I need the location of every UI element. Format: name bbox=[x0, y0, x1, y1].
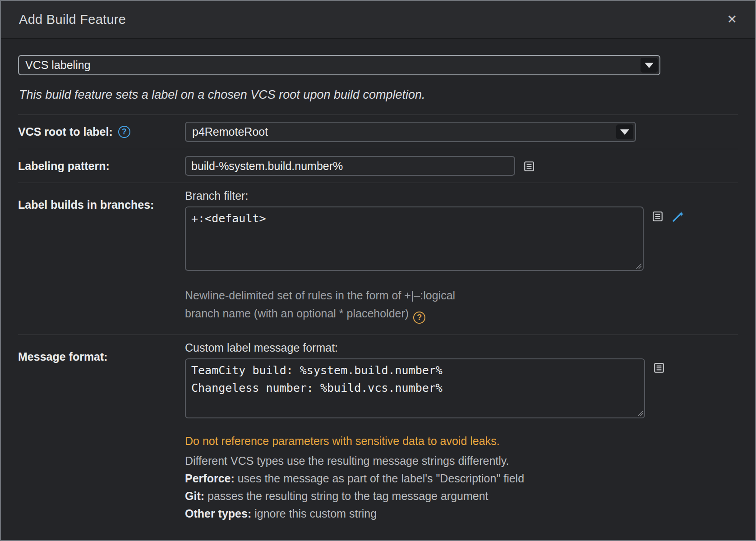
build-feature-select-value: VCS labeling bbox=[25, 59, 91, 72]
perforce-note: Perforce: uses the message as part of th… bbox=[185, 470, 738, 487]
feature-description: This build feature sets a label on a cho… bbox=[19, 88, 738, 102]
labeling-pattern-input[interactable] bbox=[185, 156, 515, 176]
labeling-pattern-label-cell: Labeling pattern: bbox=[18, 160, 185, 173]
labeling-pattern-row: Labeling pattern: bbox=[18, 149, 738, 183]
branch-filter-sublabel: Branch filter: bbox=[185, 189, 738, 202]
parameters-list-icon[interactable] bbox=[653, 362, 665, 374]
dialog-title: Add Build Feature bbox=[19, 12, 126, 27]
message-format-textarea[interactable]: TeamCity build: %system.build.number% Ch… bbox=[185, 358, 645, 418]
help-icon[interactable]: ? bbox=[413, 312, 425, 324]
add-build-feature-dialog: Add Build Feature ✕ VCS labeling This bu… bbox=[0, 0, 756, 541]
close-icon[interactable]: ✕ bbox=[727, 14, 737, 26]
other-types-note-text: ignore this custom string bbox=[251, 507, 377, 520]
branch-filter-hint: Newline-delimited set of rules in the fo… bbox=[185, 286, 474, 324]
vcs-types-note: Different VCS types use the resulting me… bbox=[185, 452, 738, 470]
parameters-list-icon[interactable] bbox=[523, 160, 535, 172]
resize-handle-icon[interactable] bbox=[635, 262, 642, 269]
message-format-label: Message format: bbox=[18, 350, 108, 363]
resize-handle-icon[interactable] bbox=[636, 410, 643, 417]
message-format-sublabel: Custom label message format: bbox=[185, 341, 738, 354]
chevron-down-icon[interactable] bbox=[641, 58, 658, 73]
other-types-note-term: Other types: bbox=[185, 507, 251, 520]
perforce-note-term: Perforce: bbox=[185, 472, 235, 485]
help-icon[interactable]: ? bbox=[118, 126, 130, 138]
vcs-root-select-value: p4RemoteRoot bbox=[192, 125, 268, 138]
branch-filter-textarea[interactable]: +:<default> bbox=[185, 206, 644, 271]
branches-label-cell: Label builds in branches: bbox=[18, 189, 185, 324]
branch-filter-hint-line2: branch name (with an optional * placehol… bbox=[185, 307, 409, 320]
perforce-note-text: uses the message as part of the label's … bbox=[235, 472, 524, 485]
build-feature-select[interactable]: VCS labeling bbox=[18, 55, 660, 75]
parameters-list-icon[interactable] bbox=[652, 211, 664, 222]
git-note: Git: passes the resulting string to the … bbox=[185, 487, 738, 505]
git-note-text: passes the resulting string to the tag m… bbox=[204, 490, 489, 502]
vcs-root-row: VCS root to label: ? p4RemoteRoot bbox=[18, 115, 738, 149]
labeling-pattern-label: Labeling pattern: bbox=[18, 160, 110, 173]
message-format-label-cell: Message format: bbox=[18, 341, 185, 523]
other-types-note: Other types: ignore this custom string bbox=[185, 505, 738, 523]
vcs-root-label-cell: VCS root to label: ? bbox=[18, 125, 185, 138]
message-format-row: Message format: Custom label message for… bbox=[18, 335, 738, 533]
branch-filter-row: Label builds in branches: Branch filter:… bbox=[18, 183, 738, 335]
magic-wand-icon[interactable] bbox=[672, 210, 684, 223]
git-note-term: Git: bbox=[185, 490, 204, 502]
branches-label: Label builds in branches: bbox=[18, 198, 154, 211]
vcs-root-select[interactable]: p4RemoteRoot bbox=[185, 122, 636, 142]
branch-filter-hint-line1: Newline-delimited set of rules in the fo… bbox=[185, 289, 455, 302]
chevron-down-icon[interactable] bbox=[616, 124, 633, 139]
vcs-root-label: VCS root to label: bbox=[18, 125, 113, 138]
dialog-titlebar: Add Build Feature ✕ bbox=[1, 1, 755, 39]
sensitive-data-warning: Do not reference parameters with sensiti… bbox=[185, 435, 738, 448]
